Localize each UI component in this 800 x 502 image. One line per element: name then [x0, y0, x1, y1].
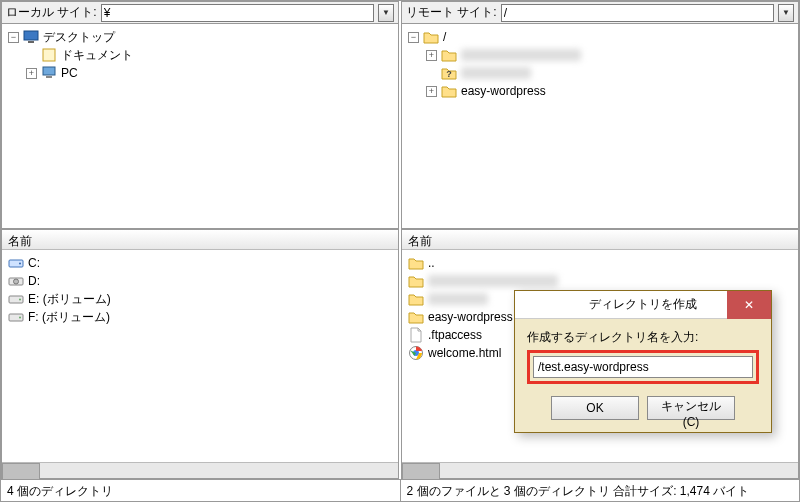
- expand-icon[interactable]: +: [426, 50, 437, 61]
- close-button[interactable]: ✕: [727, 291, 771, 319]
- local-site-label: ローカル サイト:: [6, 4, 97, 21]
- tree-node[interactable]: +: [408, 46, 794, 64]
- collapse-icon[interactable]: −: [408, 32, 419, 43]
- desktop-icon: [23, 29, 39, 45]
- remote-path-dropdown[interactable]: ▼: [778, 4, 794, 22]
- local-path-input[interactable]: [101, 4, 374, 22]
- list-item[interactable]: F: (ボリューム): [8, 308, 394, 326]
- expand-icon[interactable]: +: [426, 86, 437, 97]
- folder-icon: [408, 255, 424, 271]
- pc-icon: [41, 65, 57, 81]
- folder-icon: [423, 29, 439, 45]
- tree-node-desktop[interactable]: − デスクトップ: [8, 28, 394, 46]
- list-item[interactable]: D:: [8, 272, 394, 290]
- ok-button[interactable]: OK: [551, 396, 639, 420]
- tree-node[interactable]: [408, 64, 794, 82]
- list-item[interactable]: [408, 272, 794, 290]
- local-site-header: ローカル サイト: ▼: [2, 2, 398, 24]
- expand-icon[interactable]: +: [26, 68, 37, 79]
- local-file-list[interactable]: C: D: E: (ボリューム) F: (ボリューム): [2, 250, 398, 462]
- remote-list-panel: 名前 .. easy-wordpress: [401, 229, 799, 479]
- drive-icon: [8, 309, 24, 325]
- tree-node-root[interactable]: − /: [408, 28, 794, 46]
- documents-icon: [41, 47, 57, 63]
- cancel-button[interactable]: キャンセル(C): [647, 396, 735, 420]
- tree-node-pc[interactable]: + PC: [8, 64, 394, 82]
- list-label: welcome.html: [428, 346, 501, 360]
- tree-node-easywp[interactable]: + easy-wordpress: [408, 82, 794, 100]
- remote-tree[interactable]: − / + + easy-wordpress: [402, 24, 798, 228]
- list-label: E: (ボリューム): [28, 291, 111, 308]
- folder-icon: [408, 273, 424, 289]
- bottom-row: 名前 C: D: E: (ボリューム) F: (ボリューム): [1, 229, 799, 479]
- local-name-column[interactable]: 名前: [2, 230, 398, 250]
- blurred-label: [428, 275, 558, 287]
- dialog-title-bar[interactable]: ディレクトリを作成 ✕: [515, 291, 771, 319]
- remote-path-input[interactable]: [501, 4, 774, 22]
- top-row: ローカル サイト: ▼ − デスクトップ ドキュメント +: [1, 1, 799, 229]
- ftp-app: ローカル サイト: ▼ − デスクトップ ドキュメント +: [0, 0, 800, 502]
- list-item[interactable]: C:: [8, 254, 394, 272]
- create-directory-dialog: ディレクトリを作成 ✕ 作成するディレクトリ名を入力: OK キャンセル(C): [514, 290, 772, 433]
- local-status: 4 個のディレクトリ: [1, 480, 400, 501]
- horizontal-scrollbar[interactable]: [2, 462, 398, 478]
- local-tree-panel: ローカル サイト: ▼ − デスクトップ ドキュメント +: [1, 1, 399, 229]
- folder-icon: [441, 47, 457, 63]
- dialog-buttons: OK キャンセル(C): [527, 396, 759, 420]
- local-path-dropdown[interactable]: ▼: [378, 4, 394, 22]
- drive-odd-icon: [8, 273, 24, 289]
- drive-sys-icon: [8, 255, 24, 271]
- blurred-label: [428, 293, 488, 305]
- tree-label: /: [443, 30, 446, 44]
- tree-label: PC: [61, 66, 78, 80]
- remote-site-header: リモート サイト: ▼: [402, 2, 798, 24]
- folder-icon: [408, 309, 424, 325]
- directory-name-input[interactable]: [533, 356, 753, 378]
- folder-icon: [441, 83, 457, 99]
- blurred-label: [461, 67, 531, 79]
- tree-node-documents[interactable]: ドキュメント: [8, 46, 394, 64]
- list-label: F: (ボリューム): [28, 309, 110, 326]
- tree-label: easy-wordpress: [461, 84, 546, 98]
- list-label: D:: [28, 274, 40, 288]
- horizontal-scrollbar[interactable]: [402, 462, 798, 478]
- file-icon: [408, 327, 424, 343]
- remote-status: 2 個のファイルと 3 個のディレクトリ 合計サイズ: 1,474 バイト: [400, 480, 800, 501]
- list-label: C:: [28, 256, 40, 270]
- status-bar: 4 個のディレクトリ 2 個のファイルと 3 個のディレクトリ 合計サイズ: 1…: [1, 479, 799, 501]
- collapse-icon[interactable]: −: [8, 32, 19, 43]
- tree-label: デスクトップ: [43, 29, 115, 46]
- tree-label: ドキュメント: [61, 47, 133, 64]
- local-list-panel: 名前 C: D: E: (ボリューム) F: (ボリューム): [1, 229, 399, 479]
- drive-icon: [8, 291, 24, 307]
- list-label: easy-wordpress: [428, 310, 513, 324]
- remote-tree-panel: リモート サイト: ▼ − / +: [401, 1, 799, 229]
- list-item-up[interactable]: ..: [408, 254, 794, 272]
- list-item[interactable]: E: (ボリューム): [8, 290, 394, 308]
- dialog-label: 作成するディレクトリ名を入力:: [527, 329, 759, 346]
- chrome-icon: [408, 345, 424, 361]
- list-label: .ftpaccess: [428, 328, 482, 342]
- blurred-label: [461, 49, 581, 61]
- remote-name-column[interactable]: 名前: [402, 230, 798, 250]
- list-label: ..: [428, 256, 435, 270]
- dialog-title: ディレクトリを作成: [589, 296, 697, 313]
- dialog-body: 作成するディレクトリ名を入力: OK キャンセル(C): [515, 319, 771, 432]
- folder-icon: [408, 291, 424, 307]
- local-tree[interactable]: − デスクトップ ドキュメント + PC: [2, 24, 398, 228]
- remote-site-label: リモート サイト:: [406, 4, 497, 21]
- unknown-folder-icon: [441, 65, 457, 81]
- dialog-input-highlight: [527, 350, 759, 384]
